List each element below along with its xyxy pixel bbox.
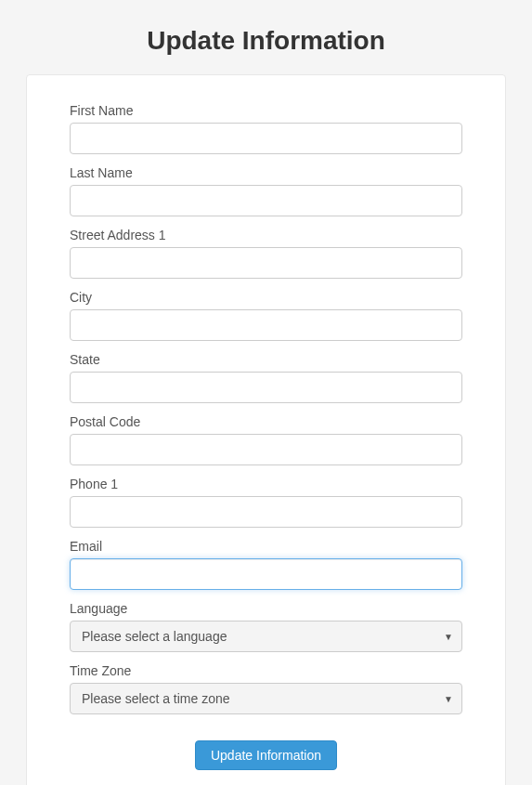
first-name-input[interactable] bbox=[70, 123, 462, 154]
phone1-input[interactable] bbox=[70, 496, 462, 528]
first-name-label: First Name bbox=[70, 103, 462, 118]
language-select[interactable]: Please select a language bbox=[70, 621, 462, 652]
state-label: State bbox=[70, 352, 462, 367]
timezone-select[interactable]: Please select a time zone bbox=[70, 683, 462, 714]
email-label: Email bbox=[70, 539, 462, 554]
form-card: First Name Last Name Street Address 1 Ci… bbox=[26, 74, 506, 785]
submit-button[interactable]: Update Information bbox=[195, 740, 337, 770]
email-input[interactable] bbox=[70, 558, 462, 590]
city-label: City bbox=[70, 290, 462, 305]
phone1-label: Phone 1 bbox=[70, 477, 462, 491]
state-input[interactable] bbox=[70, 372, 462, 403]
timezone-label: Time Zone bbox=[70, 663, 462, 678]
postal-input[interactable] bbox=[70, 434, 462, 465]
page-title: Update Information bbox=[0, 0, 532, 74]
street1-input[interactable] bbox=[70, 247, 462, 279]
city-input[interactable] bbox=[70, 309, 462, 341]
last-name-label: Last Name bbox=[70, 165, 462, 180]
language-label: Language bbox=[70, 601, 462, 616]
street1-label: Street Address 1 bbox=[70, 228, 462, 242]
form-actions: Update Information or unsubscribe from l… bbox=[70, 740, 462, 785]
last-name-input[interactable] bbox=[70, 185, 462, 216]
postal-label: Postal Code bbox=[70, 414, 462, 429]
